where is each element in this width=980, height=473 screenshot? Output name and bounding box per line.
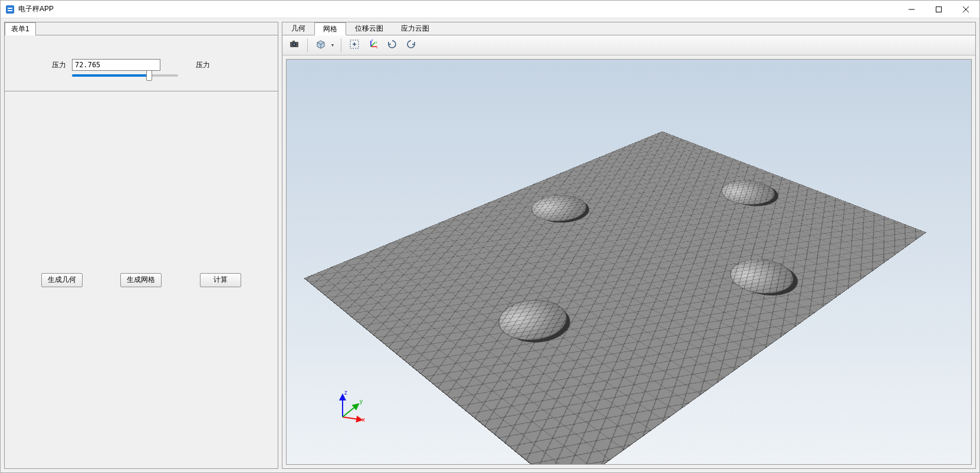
generate-geometry-button[interactable]: 生成几何 [41, 273, 83, 287]
camera-icon [289, 39, 300, 51]
chevron-down-icon: ▾ [331, 42, 334, 48]
mesh-plate [304, 132, 926, 465]
axes-icon: yzx [368, 39, 379, 51]
window-title: 电子秤APP [18, 4, 54, 14]
svg-rect-2 [8, 10, 12, 11]
tab-label: 几何 [291, 24, 305, 34]
window-minimize-button[interactable] [898, 1, 925, 18]
view-cube-dropdown[interactable]: ▾ [329, 42, 336, 48]
window-close-button[interactable] [952, 1, 979, 18]
view-cube-button[interactable] [313, 37, 329, 54]
right-tabs: 几何 网格 位移云图 应力云图 [282, 22, 975, 35]
app-logo-icon [5, 5, 15, 14]
pressure-extra-label: 压力 [196, 60, 210, 70]
mesh-boss [521, 190, 596, 226]
axis-y-label: y [360, 398, 363, 405]
snapshot-button[interactable] [286, 37, 302, 54]
tab-stress[interactable]: 应力云图 [392, 22, 438, 35]
mesh-boss [711, 176, 784, 209]
rotate-ccw-button[interactable] [384, 37, 400, 54]
svg-rect-0 [6, 5, 14, 14]
axis-triad: z y x [334, 387, 369, 423]
mesh-viewport[interactable]: z y x [286, 59, 972, 465]
axis-z-label: z [344, 389, 347, 396]
button-label: 生成几何 [48, 275, 76, 285]
left-tab-label: 表单1 [11, 24, 29, 34]
button-label: 计算 [213, 275, 228, 285]
pressure-label: 压力 [19, 60, 66, 70]
pressure-slider[interactable] [72, 74, 178, 77]
svg-rect-7 [292, 41, 295, 42]
tab-displacement[interactable]: 位移云图 [346, 22, 392, 35]
app-window: 电子秤APP 表单1 压力 压力 [0, 0, 980, 473]
tab-label: 位移云图 [355, 24, 383, 34]
left-panel: 表单1 压力 压力 生成几何 [4, 22, 278, 469]
content-body: 表单1 压力 压力 生成几何 [1, 18, 979, 472]
window-maximize-button[interactable] [925, 1, 952, 18]
generate-mesh-button[interactable]: 生成网格 [120, 273, 162, 287]
pressure-row: 压力 压力 [19, 59, 264, 71]
slider-thumb[interactable] [146, 70, 152, 81]
svg-rect-1 [8, 8, 12, 9]
titlebar: 电子秤APP [1, 1, 979, 18]
action-buttons: 生成几何 生成网格 计算 [5, 91, 278, 468]
svg-text:z: z [371, 39, 373, 42]
tab-label: 网格 [323, 24, 337, 34]
form-area: 压力 压力 [5, 35, 278, 91]
zoom-extents-button[interactable] [346, 37, 363, 54]
left-tabs: 表单1 [5, 22, 278, 35]
svg-text:x: x [376, 45, 378, 49]
tab-label: 应力云图 [401, 24, 429, 34]
viewport-toolbar: ▾ yzx [282, 35, 975, 55]
mesh-boss [718, 253, 805, 300]
axis-x-label: x [362, 416, 365, 423]
axes-toggle-button[interactable]: yzx [365, 37, 382, 54]
zoom-extents-icon [349, 39, 360, 51]
svg-line-14 [343, 404, 359, 417]
left-tab-form1[interactable]: 表单1 [5, 22, 36, 35]
compute-button[interactable]: 计算 [200, 273, 241, 287]
svg-line-13 [343, 417, 362, 420]
rotate-ccw-icon [387, 39, 397, 51]
pressure-input[interactable] [72, 59, 160, 71]
svg-rect-3 [936, 6, 942, 12]
svg-text:y: y [376, 40, 377, 44]
tab-mesh[interactable]: 网格 [314, 22, 346, 35]
svg-point-6 [294, 44, 295, 45]
right-panel: 几何 网格 位移云图 应力云图 ▾ [282, 22, 976, 469]
mesh-boss [485, 293, 580, 349]
cube-icon [315, 39, 326, 51]
button-label: 生成网格 [127, 275, 155, 285]
rotate-cw-button[interactable] [403, 37, 419, 54]
rotate-cw-icon [406, 39, 416, 51]
tab-geometry[interactable]: 几何 [282, 22, 314, 35]
